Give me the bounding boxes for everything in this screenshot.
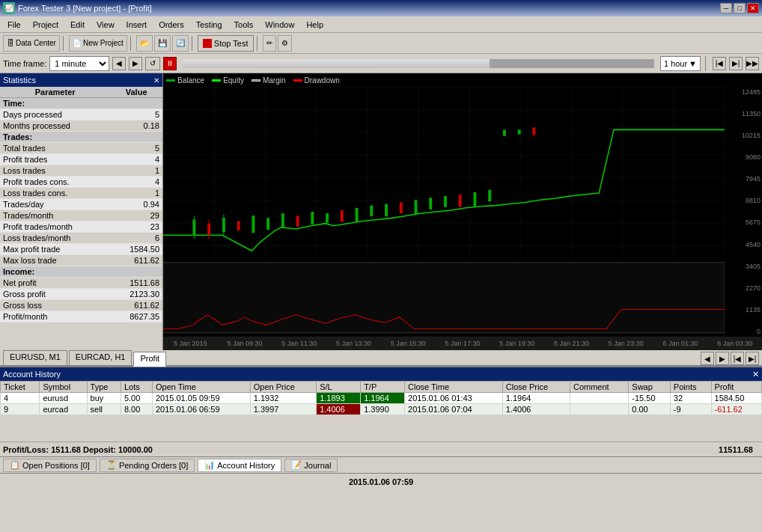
cell-ticket: 4 <box>1 393 40 404</box>
stats-param: Profit trades <box>0 154 110 165</box>
menu-item-edit[interactable]: Edit <box>64 19 91 31</box>
y-label-1135: 1135 <box>726 306 761 314</box>
tab-scroll-right[interactable]: ▶ <box>716 352 729 365</box>
stats-param: Profit trades/month <box>0 221 110 233</box>
stats-param: Profit trades cons. <box>0 177 110 188</box>
menu-item-project[interactable]: Project <box>27 19 64 31</box>
stats-param: Max loss trade <box>0 255 110 266</box>
x-label-3: 5 Jan 11:30 <box>272 340 326 347</box>
y-label-10215: 10215 <box>726 132 761 139</box>
menu-bar: FileProjectEditViewInsertOrdersTestingTo… <box>0 16 762 33</box>
tab-scroll-end[interactable]: ▶| <box>746 352 759 365</box>
menu-item-window[interactable]: Window <box>259 19 300 31</box>
menu-item-help[interactable]: Help <box>300 19 329 31</box>
cell-sl: 1.1893 <box>317 393 361 404</box>
cell-type: sell <box>87 404 121 415</box>
stats-value: 4 <box>110 154 162 165</box>
account-history-close[interactable]: ✕ <box>752 370 759 379</box>
nav-back-button[interactable]: ◀ <box>112 57 126 70</box>
fast-forward-button[interactable]: ▶▶ <box>746 57 759 70</box>
timeframe-select[interactable]: 1 minute 5 minutes 1 hour <box>49 56 109 71</box>
svg-rect-27 <box>518 129 521 134</box>
col-close-time: Close Time <box>405 382 503 393</box>
cell-tp: 1.3990 <box>361 404 405 415</box>
tab-journal[interactable]: 📝 Journal <box>284 459 338 472</box>
chart-container[interactable]: 12485 11350 10215 9080 7945 6810 5675 45… <box>163 87 762 337</box>
minimize-button[interactable]: ─ <box>720 3 732 13</box>
tab-eurcad-h1[interactable]: EURCAD, H1 <box>69 350 132 365</box>
menu-item-insert[interactable]: Insert <box>121 19 153 31</box>
period-dropdown-icon: ▼ <box>689 59 697 68</box>
menu-item-file[interactable]: File <box>1 19 27 31</box>
stop-test-button[interactable]: Stop Test <box>198 35 254 52</box>
menu-item-orders[interactable]: Orders <box>153 19 190 31</box>
stats-section: Time: <box>0 98 162 109</box>
x-label-10: 6 Jan 01:30 <box>653 340 708 347</box>
save-button[interactable]: 💾 <box>154 35 171 52</box>
sep-tf <box>705 56 708 71</box>
journal-icon: 📝 <box>291 460 302 470</box>
tab-account-history[interactable]: 📊 Account History <box>198 459 281 472</box>
current-datetime: 2015.01.06 07:59 <box>349 477 413 486</box>
open-button[interactable]: 📂 <box>136 35 153 52</box>
edit-button[interactable]: ✏ <box>263 35 276 52</box>
period-selector[interactable]: 1 hour ▼ <box>660 56 701 71</box>
svg-rect-10 <box>266 218 269 230</box>
y-axis: 12485 11350 10215 9080 7945 6810 5675 45… <box>725 87 762 337</box>
y-label-2270: 2270 <box>726 284 761 292</box>
stats-value: 611.62 <box>110 255 162 266</box>
menu-item-view[interactable]: View <box>91 19 121 31</box>
refresh-button[interactable]: 🔄 <box>172 35 189 52</box>
x-axis: 5 Jan 2015 5 Jan 09:30 5 Jan 11:30 5 Jan… <box>163 337 762 350</box>
nav-forward-button[interactable]: ▶ <box>129 57 142 70</box>
equity-legend: Equity <box>212 76 244 85</box>
chart-tabs: EURUSD, M1 EURCAD, H1 Profit ◀ ▶ |◀ ▶| <box>0 350 762 367</box>
settings-button[interactable]: ⚙ <box>278 35 292 52</box>
stats-value: 0.18 <box>110 120 162 132</box>
close-button[interactable]: ✕ <box>747 3 759 13</box>
stats-param: Total trades <box>0 143 110 154</box>
tab-profit[interactable]: Profit <box>133 352 166 367</box>
stats-header: Statistics ✕ <box>0 73 162 87</box>
x-label-11: 6 Jan 03:30 <box>707 340 762 347</box>
menu-item-tools[interactable]: Tools <box>228 19 260 31</box>
table-row: 9 eurcad sell 8.00 2015.01.06 06:59 1.39… <box>1 404 762 415</box>
col-tp: T/P <box>361 382 405 393</box>
refresh-nav-button[interactable]: ↺ <box>145 57 160 70</box>
x-label-5: 5 Jan 15:30 <box>381 340 436 347</box>
y-label-11350: 11350 <box>726 110 761 117</box>
stats-value: 1584.50 <box>110 244 162 255</box>
svg-rect-14 <box>326 213 329 223</box>
stats-param: Loss trades/month <box>0 233 110 244</box>
tab-open-positions[interactable]: 📋 Open Positions [0] <box>3 459 97 472</box>
window-title: Forex Tester 3 [New project] - [Profit] <box>18 4 152 13</box>
step-back-button[interactable]: |◀ <box>713 57 726 70</box>
y-label-3405: 3405 <box>726 263 761 270</box>
stats-col-value: Value <box>110 87 162 98</box>
maximize-button[interactable]: □ <box>734 3 746 13</box>
timeframe-label: Time frame: <box>3 59 46 68</box>
new-project-button[interactable]: 📄 New Project <box>69 35 127 52</box>
cell-comment <box>570 393 628 404</box>
x-label-9: 5 Jan 23:30 <box>599 340 653 347</box>
y-label-9080: 9080 <box>726 153 761 161</box>
gear-icon: ⚙ <box>281 39 288 47</box>
cell-type: buy <box>87 393 121 404</box>
data-center-button[interactable]: 🗄 Data Center <box>3 35 60 52</box>
svg-rect-19 <box>400 202 403 213</box>
svg-rect-28 <box>532 127 535 135</box>
tab-scroll-left[interactable]: ◀ <box>701 352 714 365</box>
tab-pending-orders[interactable]: ⏳ Pending Orders [0] <box>100 459 195 472</box>
new-project-icon: 📄 <box>73 39 82 47</box>
stats-param: Gross profit <box>0 289 110 300</box>
step-forward-button[interactable]: ▶| <box>729 57 743 70</box>
tab-eurusd-m1[interactable]: EURUSD, M1 <box>3 350 67 365</box>
y-label-12485: 12485 <box>726 88 761 96</box>
pause-button[interactable]: ⏸ <box>163 57 177 70</box>
menu-item-testing[interactable]: Testing <box>190 19 228 31</box>
stats-close-button[interactable]: ✕ <box>153 76 159 85</box>
stats-value: 0.94 <box>110 199 162 210</box>
tab-scroll-begin[interactable]: |◀ <box>731 352 744 365</box>
col-open-price: Open Price <box>250 382 316 393</box>
stats-table: Parameter Value Time:Days processed 5Mon… <box>0 87 162 350</box>
